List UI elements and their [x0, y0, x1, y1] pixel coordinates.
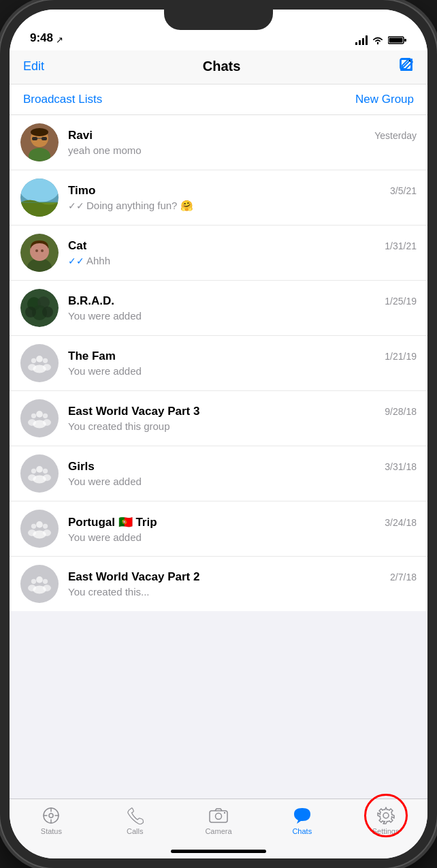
avatar-timo — [20, 179, 59, 217]
svg-rect-2 — [362, 38, 364, 45]
svg-point-62 — [31, 579, 36, 584]
svg-rect-16 — [20, 179, 59, 202]
group-icon-eastworldvacay2 — [28, 572, 51, 595]
chat-time-eastworldvacay3: 9/28/18 — [385, 406, 417, 417]
group-icon-portugal — [28, 517, 51, 540]
tab-icon-status — [42, 806, 61, 825]
chat-item-eastworldvacay2[interactable]: East World Vacay Part 2 2/7/18 You creat… — [10, 557, 427, 611]
calls-icon — [126, 807, 144, 824]
svg-point-44 — [43, 419, 51, 426]
tab-icon-camera — [209, 806, 228, 825]
tab-settings[interactable]: Settings — [344, 806, 427, 835]
chat-content-girls: Girls 3/31/18 You were added — [68, 460, 417, 487]
chat-item-thefam[interactable]: The Fam 1/21/19 You were added — [10, 336, 427, 391]
chat-content-cat: Cat 1/31/21 ✓✓ Ahhh — [68, 239, 417, 266]
svg-point-41 — [31, 414, 36, 418]
svg-point-67 — [49, 813, 53, 818]
chat-name-eastworldvacay2: East World Vacay Part 2 — [68, 570, 199, 584]
chat-preview-eastworldvacay3: You created this group — [68, 420, 417, 432]
new-group-link[interactable]: New Group — [355, 93, 414, 106]
svg-point-37 — [43, 364, 51, 371]
svg-rect-13 — [42, 137, 47, 140]
tab-camera[interactable]: Camera — [177, 806, 261, 835]
svg-point-53 — [36, 521, 43, 528]
chat-item-portugal[interactable]: Portugal 🇵🇹 Trip 3/24/18 You were added — [10, 501, 427, 557]
chat-list: Ravi Yesterday yeah one momo — [10, 115, 427, 799]
chat-item-timo[interactable]: Timo 3/5/21 ✓✓ Doing anything fun? 🤗 — [10, 170, 427, 226]
tab-calls[interactable]: Calls — [93, 806, 177, 835]
chat-item-cat[interactable]: Cat 1/31/21 ✓✓ Ahhh — [10, 226, 427, 281]
tab-chats[interactable]: Chats — [260, 806, 344, 835]
svg-point-58 — [43, 529, 51, 536]
chat-preview-timo: ✓✓ Doing anything fun? 🤗 — [68, 200, 417, 212]
svg-point-24 — [41, 249, 44, 252]
chat-content-ravi: Ravi Yesterday yeah one momo — [68, 129, 417, 156]
svg-point-23 — [35, 249, 38, 252]
chat-time-thefam: 1/21/19 — [385, 351, 417, 362]
chat-time-girls: 3/31/18 — [385, 461, 417, 472]
status-icon — [42, 807, 60, 824]
svg-rect-12 — [32, 137, 37, 140]
chat-time-timo: 3/5/21 — [390, 185, 417, 196]
svg-point-51 — [43, 474, 51, 481]
svg-point-55 — [31, 524, 36, 529]
svg-point-36 — [43, 358, 48, 363]
home-indicator — [171, 850, 266, 853]
avatar-brad — [20, 289, 59, 327]
chats-icon — [293, 807, 312, 824]
svg-rect-0 — [355, 42, 357, 45]
tab-status[interactable]: Status — [10, 806, 93, 835]
svg-point-46 — [36, 466, 43, 473]
avatar-girls — [20, 454, 59, 493]
chat-name-girls: Girls — [68, 460, 95, 474]
svg-point-63 — [28, 585, 36, 591]
tab-label-settings: Settings — [372, 827, 400, 835]
location-icon: ↗ — [56, 35, 63, 45]
chat-preview-girls: You were added — [68, 476, 417, 487]
avatar-thefam — [20, 344, 59, 382]
chat-content-eastworldvacay3: East World Vacay Part 3 9/28/18 You crea… — [68, 405, 417, 432]
status-bar: 9:48 ↗ — [10, 10, 427, 50]
tab-label-calls: Calls — [127, 827, 143, 835]
tab-label-camera: Camera — [205, 827, 231, 835]
chat-item-brad[interactable]: B.R.A.D. 1/25/19 You were added — [10, 281, 427, 336]
phone-frame: 9:48 ↗ — [0, 0, 437, 868]
chat-time-portugal: 3/24/18 — [385, 517, 417, 528]
chat-name-cat: Cat — [68, 239, 86, 253]
avatar-portugal — [20, 510, 59, 548]
chat-name-ravi: Ravi — [68, 129, 93, 142]
camera-icon — [209, 807, 228, 824]
chat-content-brad: B.R.A.D. 1/25/19 You were added — [68, 294, 417, 322]
chat-item-eastworldvacay3[interactable]: East World Vacay Part 3 9/28/18 You crea… — [10, 391, 427, 446]
svg-point-29 — [25, 307, 36, 317]
svg-point-34 — [31, 358, 36, 363]
svg-point-50 — [43, 469, 48, 474]
svg-point-48 — [31, 469, 36, 474]
svg-rect-5 — [404, 39, 406, 42]
svg-point-65 — [43, 585, 51, 591]
chat-content-eastworldvacay2: East World Vacay Part 2 2/7/18 You creat… — [68, 570, 417, 598]
chat-name-eastworldvacay3: East World Vacay Part 3 — [68, 405, 199, 418]
avatar-ravi — [20, 123, 59, 161]
tab-label-chats: Chats — [292, 827, 312, 835]
compose-icon — [399, 57, 414, 72]
chat-preview-eastworldvacay2: You created this... — [68, 586, 417, 598]
svg-point-49 — [28, 474, 36, 481]
svg-point-57 — [43, 524, 48, 529]
chat-time-ravi: Yesterday — [374, 130, 417, 141]
svg-rect-3 — [366, 35, 368, 45]
svg-point-39 — [36, 411, 43, 418]
chat-item-girls[interactable]: Girls 3/31/18 You were added — [10, 446, 427, 501]
chat-top-thefam: The Fam 1/21/19 — [68, 350, 417, 363]
group-icon-eastworldvacay3 — [28, 407, 51, 430]
battery-icon — [388, 35, 407, 45]
chat-top-cat: Cat 1/31/21 — [68, 239, 417, 253]
svg-point-30 — [42, 307, 53, 317]
compose-button[interactable] — [399, 57, 414, 76]
broadcast-lists-link[interactable]: Broadcast Lists — [23, 93, 102, 106]
chat-preview-thefam: You were added — [68, 365, 417, 377]
edit-button[interactable]: Edit — [23, 59, 44, 74]
chat-content-timo: Timo 3/5/21 ✓✓ Doing anything fun? 🤗 — [68, 184, 417, 212]
chat-item-ravi[interactable]: Ravi Yesterday yeah one momo — [10, 115, 427, 170]
svg-point-64 — [43, 579, 48, 584]
